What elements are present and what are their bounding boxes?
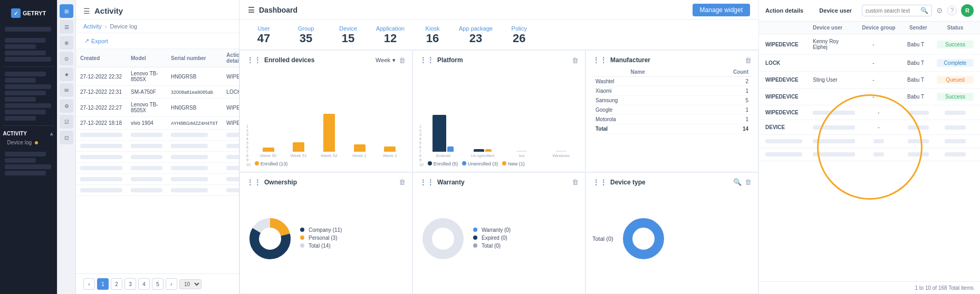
icon-bar-gear[interactable]: ⚙ (60, 99, 73, 113)
mfr-name-samsung: Samsung (592, 96, 683, 105)
search-input[interactable] (866, 8, 918, 14)
warranty-dot (473, 228, 477, 232)
table-row (76, 163, 239, 174)
export-row: ↗ Export (76, 33, 239, 49)
mfr-total-row: Total 14 (592, 124, 752, 134)
warranty-label-3: Total (0) (482, 243, 501, 249)
device-log-label: Device log (7, 140, 32, 145)
breadcrumb-root[interactable]: Activity (83, 23, 102, 30)
enrolled-devices-title: Enrolled devices (264, 56, 314, 64)
sidebar-bottom-1[interactable] (5, 152, 46, 156)
sidebar-nav-2[interactable] (5, 78, 35, 83)
sidebar-nav-3[interactable] (5, 84, 51, 89)
prev-page-button[interactable]: ‹ (83, 278, 95, 290)
sidebar-bottom-2[interactable] (5, 158, 35, 163)
hamburger-icon[interactable]: ☰ (83, 7, 90, 15)
stat-application-value: 12 (384, 33, 397, 44)
page-3-button[interactable]: 3 (124, 278, 136, 290)
icon-bar-mail[interactable]: ✉ (60, 83, 73, 97)
export-button[interactable]: ↗ Export (83, 36, 109, 45)
platform-bars: Android Un-specified (426, 110, 579, 159)
mfr-total-label: Total (592, 124, 683, 134)
platform-bar-windows: Windows (543, 110, 579, 158)
question-icon[interactable]: ? (947, 6, 957, 15)
table-row (76, 185, 239, 196)
brand-logo[interactable]: ✓ GETRYT (7, 5, 50, 21)
device-type-trash-icon[interactable]: 🗑 (745, 178, 752, 186)
chevron-down-icon: ▾ (392, 57, 396, 64)
icon-bar-circle[interactable]: ⊙ (60, 52, 73, 65)
stat-user: User 47 (248, 25, 280, 44)
bar-group-w2: Week 2 (376, 110, 403, 158)
avatar[interactable]: R (961, 4, 974, 17)
activity-section-label: ACTIVITY (3, 131, 27, 136)
rp-row-3[interactable]: WIPEDEVICE Sting User - Babu T Queued (759, 72, 980, 89)
per-page-select[interactable]: 10 25 50 (179, 279, 201, 289)
warranty-title: Warranty (437, 179, 465, 186)
warranty-label-2: Expired (0) (482, 235, 507, 241)
mfr-name-google: Google (592, 105, 683, 115)
bar-chart: Week 50 Week 51 Week 52 (253, 110, 406, 159)
icon-bar-add[interactable]: ⊕ (60, 36, 73, 50)
platform-title: Platform (437, 56, 463, 64)
rp-row-6: DEVICE - (759, 120, 980, 135)
search-icon[interactable]: 🔍 (920, 7, 928, 14)
table-row[interactable]: 27-12-2022 22:32 Lenovo TB-8505X HN0GRSB… (76, 67, 239, 86)
rp-row-2[interactable]: LOCK - Babu T Complete (759, 55, 980, 72)
icon-bar-list[interactable]: ☰ (60, 20, 73, 34)
rp-status-1: Success (937, 41, 974, 48)
search-box: 🔍 (862, 5, 932, 16)
activity-panel: ☰ Activity Activity › Device log ↗ Expor… (76, 0, 239, 294)
warranty-label-1: Warranty (0) (482, 227, 511, 233)
week-selector-button[interactable]: Week ▾ (376, 57, 396, 64)
page-4-button[interactable]: 4 (138, 278, 150, 290)
device-type-header: ⋮⋮ Device type 🔍 🗑 (592, 178, 752, 187)
stat-user-label: User (257, 25, 270, 32)
manage-widget-button[interactable]: Manage widget (693, 4, 750, 16)
ownership-widget: ⋮⋮ Ownership 🗑 Company (11) (239, 172, 412, 295)
sidebar-nav-1[interactable] (5, 72, 46, 76)
icon-bar-star[interactable]: ★ (60, 67, 73, 81)
icon-bar-dashboard[interactable]: ⊞ (60, 4, 73, 18)
activity-section-header[interactable]: ACTIVITY ▲ (3, 129, 54, 138)
device-log-menu-item[interactable]: Device log (3, 138, 54, 147)
table-row (76, 130, 239, 141)
sidebar-nav-6[interactable] (5, 103, 51, 108)
sidebar-bottom-3[interactable] (5, 164, 51, 169)
stat-group-label: Group (298, 25, 314, 32)
sidebar-nav-5[interactable] (5, 97, 35, 102)
cell-created: 27-12-2022 22:27 (76, 99, 127, 117)
ownership-trash-icon[interactable]: 🗑 (399, 178, 406, 186)
rp-row-4[interactable]: WIPEDEVICE - Babu T Success (759, 89, 980, 105)
page-2-button[interactable]: 2 (111, 278, 122, 290)
icon-bar-check[interactable]: ☑ (60, 115, 73, 129)
rp-user-1: Kenny Roy Elphej (813, 38, 852, 50)
settings-icon[interactable]: ⚙ (936, 6, 943, 15)
platform-trash-icon[interactable]: 🗑 (572, 56, 579, 64)
bar-label-w2: Week 2 (383, 153, 397, 158)
sidebar-nav-7[interactable] (5, 110, 46, 114)
page-1-button[interactable]: 1 (97, 278, 109, 290)
sidebar-nav-8[interactable] (5, 116, 35, 121)
rp-row-1[interactable]: WIPEDEVICE Kenny Roy Elphej - Babu T Suc… (759, 34, 980, 55)
next-page-button[interactable]: › (166, 278, 177, 290)
sidebar-bottom-4[interactable] (5, 171, 46, 175)
rp-group-1: - (852, 42, 895, 47)
enrolled-trash-icon[interactable]: 🗑 (399, 56, 406, 64)
enrolled-legend: Enrolled (13) (253, 161, 406, 166)
page-5-button[interactable]: 5 (152, 278, 164, 290)
table-row (76, 141, 239, 152)
table-row[interactable]: 27-12-2022 18:18 vivo 1904 AYH8BGIMZZ4H4… (76, 117, 239, 130)
icon-bar-lock[interactable]: ⊡ (60, 131, 73, 144)
warranty-donut-area: Warranty (0) Expired (0) Total (0) (419, 190, 579, 289)
table-row[interactable]: 27-12-2022 22:31 SM-A750F 32008a81ea9085… (76, 86, 239, 99)
rp-table-header: Device user Device group Sender Status (759, 22, 980, 34)
new-dot (502, 161, 506, 165)
warranty-trash-icon[interactable]: 🗑 (572, 178, 579, 186)
table-row[interactable]: 27-12-2022 22:27 Lenovo TB-8505X HN0GRSB… (76, 99, 239, 117)
rp-col-sender: Sender (900, 25, 937, 31)
device-type-total: Total (0) (592, 236, 613, 242)
sidebar-nav-4[interactable] (5, 91, 46, 95)
device-type-search-icon[interactable]: 🔍 (733, 178, 742, 186)
mfr-trash-icon[interactable]: 🗑 (745, 56, 752, 64)
